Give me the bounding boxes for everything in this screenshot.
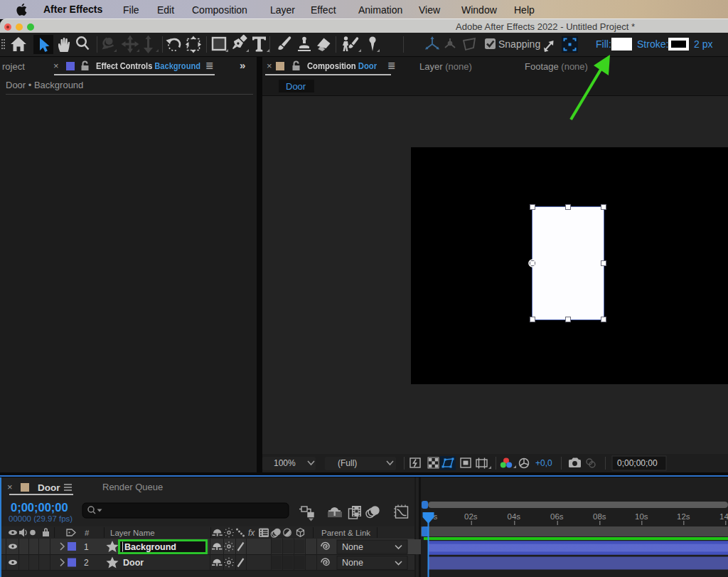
svg-text:1: 1 (84, 542, 89, 552)
svg-text:Parent & Link: Parent & Link (321, 529, 370, 537)
svg-text:2 px: 2 px (694, 38, 712, 50)
svg-text:Fill:: Fill: (596, 38, 611, 50)
svg-text:14: 14 (719, 512, 728, 521)
svg-text:04s: 04s (508, 512, 521, 521)
svg-text:None: None (342, 558, 363, 568)
svg-text:×: × (7, 482, 13, 492)
svg-text:Render Queue: Render Queue (102, 482, 163, 492)
svg-text:100%: 100% (274, 458, 296, 468)
svg-text:02s: 02s (464, 512, 478, 521)
svg-text:00000 (29.97 fps): 00000 (29.97 fps) (9, 514, 73, 523)
svg-text:Layer Name: Layer Name (110, 529, 155, 537)
svg-text:fx: fx (248, 528, 255, 538)
svg-text:0;00;00;00: 0;00;00;00 (617, 458, 658, 468)
svg-text:None: None (342, 542, 363, 552)
svg-text:Background: Background (124, 542, 176, 552)
svg-text:10s: 10s (635, 512, 648, 521)
svg-text:Door: Door (38, 482, 60, 493)
svg-text:(Full): (Full) (338, 458, 357, 468)
svg-text:08s: 08s (593, 512, 606, 521)
svg-text:Stroke:: Stroke: (637, 38, 668, 50)
svg-text:12s: 12s (677, 512, 690, 521)
svg-text:Door: Door (123, 558, 144, 568)
svg-text:+0,0: +0,0 (535, 458, 552, 468)
svg-text:06s: 06s (550, 512, 564, 521)
svg-text:#: # (85, 529, 90, 537)
svg-text:2: 2 (84, 558, 89, 568)
svg-text:Snapping: Snapping (498, 38, 540, 50)
svg-text:0;00;00;00: 0;00;00;00 (11, 501, 68, 514)
